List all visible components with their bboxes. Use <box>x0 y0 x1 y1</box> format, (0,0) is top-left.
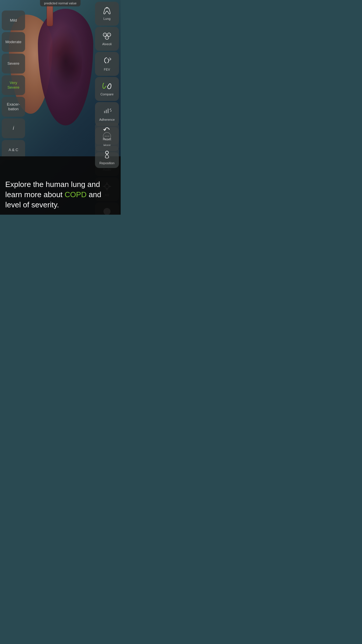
reposition-button[interactable]: Reposition <box>95 146 119 168</box>
lung-button[interactable]: Lung <box>95 2 119 26</box>
bottom-line2-end: and <box>87 190 101 199</box>
reset-label: Reset <box>103 137 111 141</box>
trachea <box>47 3 53 26</box>
lung-right <box>38 9 93 125</box>
svg-point-6 <box>106 37 108 38</box>
top-info-bar: predicted normal value <box>40 0 80 6</box>
compare-button[interactable]: Compare <box>95 77 119 101</box>
bottom-line2-start: learn more about <box>5 190 65 199</box>
bottom-right-buttons: Reset Reposition <box>95 123 119 168</box>
very-severe-button[interactable]: Very Severe <box>2 75 25 95</box>
reposition-icon <box>103 149 111 160</box>
mild-button[interactable]: Mild <box>2 10 25 30</box>
alveoli-icon <box>103 32 111 41</box>
fev-label: FEV <box>104 68 110 71</box>
svg-point-4 <box>104 34 106 35</box>
info-button[interactable]: i <box>2 118 25 138</box>
severe-button[interactable]: Severe <box>2 54 25 74</box>
lung-icon <box>102 7 112 16</box>
svg-point-27 <box>106 151 108 154</box>
bottom-highlight: COPD <box>65 190 87 199</box>
svg-line-8 <box>109 60 111 60</box>
svg-rect-9 <box>104 111 105 113</box>
svg-rect-11 <box>108 108 109 113</box>
fev-icon <box>102 57 112 66</box>
svg-rect-10 <box>106 110 107 113</box>
reposition-label: Reposition <box>99 161 115 165</box>
info-icon: i <box>13 125 14 132</box>
reset-button[interactable]: Reset <box>95 123 119 145</box>
exacerbation-button[interactable]: Exacer-bation <box>2 97 25 117</box>
moderate-button[interactable]: Moderate <box>2 32 25 52</box>
svg-point-5 <box>108 34 110 35</box>
reset-icon <box>103 126 111 136</box>
fev-button[interactable]: FEV <box>95 52 119 76</box>
adherence-label: Adherence <box>99 118 115 121</box>
bottom-line1: Explore the human lung and <box>5 180 100 189</box>
svg-line-7 <box>109 58 111 59</box>
compare-icon <box>102 82 112 91</box>
adherence-icon <box>102 107 112 117</box>
compare-label: Compare <box>100 92 113 96</box>
bottom-line3: level of severity. <box>5 200 59 209</box>
top-info-text: predicted normal value <box>44 1 76 5</box>
alveoli-button[interactable]: Alveoli <box>95 27 119 51</box>
alveoli-label: Alveoli <box>102 42 112 46</box>
lung-label: Lung <box>103 17 110 20</box>
left-sidebar: Mild Moderate Severe Very Severe Exacer-… <box>0 9 27 162</box>
bottom-description: Explore the human lung and learn more ab… <box>5 179 115 210</box>
